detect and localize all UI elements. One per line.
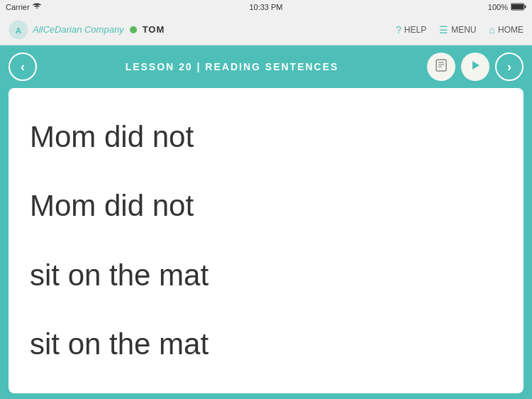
sentence-line-2: Mom did not xyxy=(30,190,502,222)
logo-area: A AllCeDarian Company xyxy=(9,20,124,40)
forward-arrow-icon: › xyxy=(507,60,511,75)
content-card: Mom did not Mom did not sit on the mat s… xyxy=(9,88,523,393)
battery-label: 100% xyxy=(488,3,508,11)
battery-icon xyxy=(511,3,526,12)
sentence-line-1: Mom did not xyxy=(30,121,502,153)
help-icon: ? xyxy=(396,24,401,35)
menu-button[interactable]: ☰ MENU xyxy=(439,24,476,35)
svg-rect-5 xyxy=(436,60,446,71)
play-button[interactable] xyxy=(461,53,489,81)
student-name: TOM xyxy=(143,24,165,35)
help-label: HELP xyxy=(404,25,426,35)
wifi-icon xyxy=(33,3,41,11)
back-arrow-icon: ‹ xyxy=(21,60,25,75)
status-bar: Carrier 10:33 PM 100% xyxy=(0,0,532,14)
toolbar-right: › xyxy=(427,53,523,81)
record-button[interactable] xyxy=(427,53,455,81)
nav-left: A AllCeDarian Company TOM xyxy=(9,20,165,40)
lesson-title: LESSON 20 | READING SENTENCES xyxy=(37,61,427,72)
play-icon xyxy=(469,59,482,75)
logo-text: AllCeDarian Company xyxy=(33,24,124,35)
record-icon xyxy=(434,58,448,75)
carrier-label: Carrier xyxy=(6,3,30,11)
help-button[interactable]: ? HELP xyxy=(396,24,426,35)
svg-rect-2 xyxy=(511,4,523,9)
home-button[interactable]: ⌂ HOME xyxy=(489,24,523,35)
home-icon: ⌂ xyxy=(489,24,495,35)
top-nav: A AllCeDarian Company TOM ? HELP ☰ MENU … xyxy=(0,14,532,45)
back-button[interactable]: ‹ xyxy=(9,53,37,81)
sentence-line-4: sit on the mat xyxy=(30,328,502,361)
menu-label: MENU xyxy=(451,25,476,35)
status-time: 10:33 PM xyxy=(249,3,282,11)
toolbar: ‹ LESSON 20 | READING SENTENCES xyxy=(9,51,523,82)
forward-button[interactable]: › xyxy=(495,53,523,81)
home-label: HOME xyxy=(498,25,523,35)
nav-right: ? HELP ☰ MENU ⌂ HOME xyxy=(396,24,523,35)
svg-rect-1 xyxy=(525,5,526,8)
student-dot xyxy=(130,26,137,33)
svg-text:A: A xyxy=(16,26,21,35)
menu-icon: ☰ xyxy=(439,24,448,35)
sentence-line-3: sit on the mat xyxy=(30,259,502,292)
svg-marker-9 xyxy=(472,61,480,70)
logo-icon: A xyxy=(9,20,28,40)
main-content: ‹ LESSON 20 | READING SENTENCES xyxy=(0,45,532,399)
